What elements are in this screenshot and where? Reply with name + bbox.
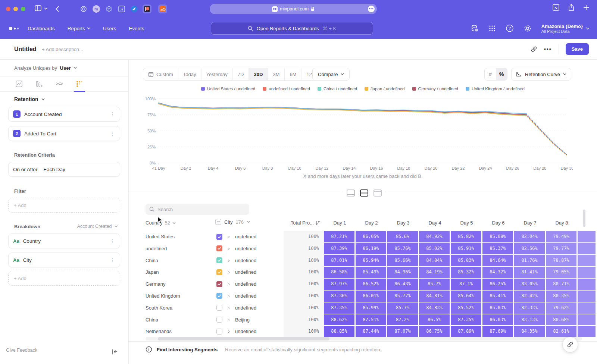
- retention-cell-clipped[interactable]: [578, 267, 596, 278]
- retention-cell[interactable]: 82.56%: [514, 243, 545, 254]
- legend-item[interactable]: United Kingdom / undefined: [466, 87, 525, 91]
- retention-cell[interactable]: 88.85%: [324, 326, 354, 337]
- bird-icon[interactable]: [130, 4, 139, 13]
- kebab-menu-icon[interactable]: ⋮: [110, 112, 115, 116]
- row-checkbox[interactable]: [216, 317, 222, 323]
- legend-item[interactable]: undefined / undefined: [263, 87, 310, 91]
- retention-cell[interactable]: 79.62%: [546, 302, 576, 314]
- row-checkbox[interactable]: [216, 269, 222, 275]
- retention-cell[interactable]: 80.68%: [546, 314, 576, 326]
- more-menu-icon[interactable]: •••: [544, 46, 552, 52]
- expand-row-icon[interactable]: ›: [228, 302, 230, 313]
- tab-chevron-icon[interactable]: [44, 7, 48, 10]
- retention-cell[interactable]: 87.07%: [387, 326, 418, 337]
- breakdown-country[interactable]: Aa Country ⋮: [8, 233, 120, 248]
- js-icon[interactable]: JS: [117, 4, 126, 13]
- column-header-city[interactable]: City 176: [215, 219, 250, 225]
- table-search[interactable]: [146, 204, 249, 215]
- range-button-today[interactable]: Today: [178, 68, 201, 80]
- retention-cell[interactable]: 87.1%: [451, 279, 481, 290]
- split-view-button[interactable]: [359, 188, 369, 198]
- retention-cell[interactable]: 86.01%: [356, 291, 386, 302]
- breakdown-add-button[interactable]: + Add: [8, 271, 120, 286]
- row-checkbox[interactable]: [216, 281, 222, 287]
- expand-row-icon[interactable]: ›: [228, 255, 230, 266]
- row-checkbox[interactable]: [216, 305, 222, 311]
- retention-cell[interactable]: 85.94%: [356, 255, 386, 266]
- retention-cell[interactable]: 86.19%: [356, 243, 386, 254]
- retention-cell[interactable]: 78.87%: [546, 255, 576, 266]
- find-segments-title[interactable]: Find Interesting Segments: [157, 347, 218, 352]
- retention-cell[interactable]: 79.77%: [546, 243, 576, 254]
- retention-section-header[interactable]: Retention: [14, 96, 45, 102]
- retention-cell-clipped[interactable]: [578, 326, 596, 337]
- apps-grid-icon[interactable]: [488, 25, 496, 32]
- retention-cell[interactable]: 86.52%: [356, 279, 386, 290]
- column-header-day-3[interactable]: Day 3: [387, 220, 419, 226]
- collapse-sidebar-icon[interactable]: [112, 349, 118, 354]
- retention-cell[interactable]: 82.61%: [546, 326, 576, 337]
- retention-cell[interactable]: 86.5%: [419, 314, 450, 326]
- address-bar[interactable]: mixpanel.com •••: [210, 4, 377, 14]
- retention-cell[interactable]: 86.75%: [419, 326, 450, 337]
- zoom-window-button[interactable]: [21, 7, 25, 11]
- expand-row-icon[interactable]: ›: [228, 314, 230, 325]
- column-header-day-1[interactable]: Day 1: [324, 220, 356, 226]
- retention-cell[interactable]: 86.58%: [324, 267, 354, 278]
- nav-item-dashboards[interactable]: Dashboards: [28, 26, 55, 31]
- retention-line-chart[interactable]: 100%75%50%25%0%<1 DayDay 2Day 4Day 6Day …: [140, 95, 573, 173]
- avatar-m-icon[interactable]: m: [92, 4, 101, 13]
- breakdown-city[interactable]: Aa City ⋮: [8, 252, 120, 267]
- soundcloud-icon[interactable]: [158, 4, 167, 13]
- row-checkbox[interactable]: [216, 293, 222, 299]
- nav-item-reports[interactable]: Reports: [68, 26, 90, 31]
- gear-icon[interactable]: [523, 24, 532, 32]
- retention-cell[interactable]: 85.82%: [451, 231, 481, 242]
- help-icon[interactable]: ?: [506, 24, 514, 32]
- retention-cell-clipped[interactable]: [578, 243, 596, 254]
- retention-cell[interactable]: 87.01%: [324, 255, 354, 266]
- retention-criteria-card[interactable]: On or After Each Day: [8, 162, 120, 177]
- percent-toggle[interactable]: %: [496, 68, 507, 80]
- project-switcher[interactable]: Amazonia {Demo} All Project Data: [541, 23, 590, 34]
- tab-funnels[interactable]: [34, 76, 44, 92]
- retention-cell[interactable]: 79.05%: [546, 267, 576, 278]
- retention-cell[interactable]: 84.96%: [387, 267, 418, 278]
- kebab-menu-icon[interactable]: ⋮: [110, 132, 115, 135]
- column-header-total[interactable]: Total Pro...: [284, 220, 324, 226]
- retention-step-2[interactable]: 2 Added To Cart ⋮: [8, 126, 120, 141]
- horizontal-scrollbar[interactable]: [146, 337, 582, 341]
- retention-cell[interactable]: 83.05%: [514, 279, 545, 290]
- retention-cell[interactable]: 85.02%: [419, 243, 450, 254]
- retention-cell[interactable]: 85.6%: [387, 231, 418, 242]
- row-checkbox[interactable]: [216, 234, 222, 240]
- retention-cell[interactable]: 85.83%: [451, 255, 481, 266]
- retention-cell[interactable]: 87.36%: [324, 291, 354, 302]
- retention-cell[interactable]: 85.08%: [482, 231, 513, 242]
- absolute-numbers-toggle[interactable]: #: [485, 68, 496, 80]
- retention-cell[interactable]: 85.03%: [482, 302, 513, 314]
- kebab-menu-icon[interactable]: ⋮: [110, 239, 115, 243]
- row-checkbox[interactable]: [216, 257, 222, 263]
- retention-cell[interactable]: 87.97%: [324, 279, 354, 290]
- horizontal-scrollbar-thumb[interactable]: [158, 337, 329, 341]
- column-header-day-6[interactable]: Day 6: [482, 220, 514, 226]
- expand-row-icon[interactable]: ›: [228, 278, 230, 289]
- retention-cell[interactable]: 84.84%: [419, 255, 450, 266]
- nav-item-events[interactable]: Events: [129, 26, 144, 31]
- legend-item[interactable]: Germany / undefined: [412, 87, 458, 91]
- range-button-7d[interactable]: 7D: [233, 68, 249, 80]
- retention-cell[interactable]: 83.13%: [514, 314, 545, 326]
- retention-cell[interactable]: 85.49%: [356, 267, 386, 278]
- column-header-day-4[interactable]: Day 4: [419, 220, 451, 226]
- retention-cell[interactable]: 84.64%: [482, 255, 513, 266]
- cube-icon[interactable]: [104, 4, 113, 13]
- close-window-button[interactable]: [6, 7, 10, 11]
- legend-item[interactable]: China / undefined: [318, 87, 357, 91]
- retention-cell[interactable]: 85.91%: [451, 243, 481, 254]
- back-icon[interactable]: [55, 5, 60, 13]
- column-header-country[interactable]: Country 52: [146, 220, 176, 226]
- retention-cell[interactable]: 86.43%: [387, 279, 418, 290]
- range-button-6m[interactable]: 6M: [285, 68, 301, 80]
- retention-cell[interactable]: 85.64%: [451, 291, 481, 302]
